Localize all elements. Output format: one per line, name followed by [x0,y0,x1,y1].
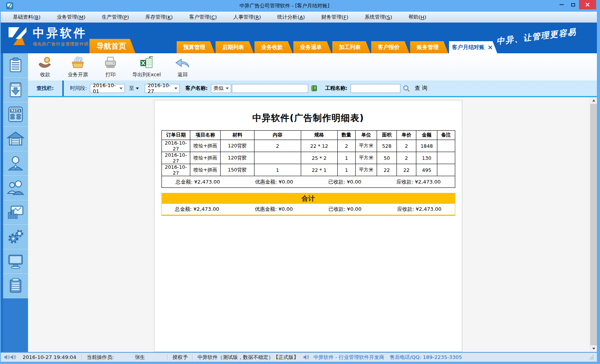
chevron-down-icon [174,88,177,89]
table-header-row: 订单日期 项目名称 材料 内容 规格 数量 单位 面积 单价 金额 备注 [161,131,455,140]
to-dropdown[interactable]: 至 [129,85,141,92]
sidebar-item-settings[interactable] [3,225,28,249]
speaker-icon [303,354,309,360]
date-from-value: 2016-10-01 [93,82,118,94]
chevron-down-icon [592,348,595,350]
sidebar-item-calculator[interactable]: 12345 [3,102,28,127]
sidebar-item-monitor[interactable] [3,249,28,274]
tab-customer-quotes[interactable]: 客户报价 [371,41,409,53]
grand-total-amount-label: 总金额: [175,206,192,212]
grand-discount-label: 优惠金额: [255,206,277,212]
calculator-icon: 12345 [7,105,25,123]
menu-item-system-mgmt[interactable]: 系统管理(S) [356,12,400,23]
brand-logo-icon [6,26,29,47]
customer-lookup-button[interactable] [311,85,318,92]
scroll-up-button[interactable] [590,97,597,104]
minimize-button[interactable] [556,0,567,9]
customer-name-input[interactable] [232,84,308,93]
warehouse-icon [7,130,25,148]
project-name-input[interactable] [351,84,400,93]
receivable-value: ¥2,473.00 [415,179,440,185]
customers-icon [7,179,25,197]
resize-grip-icon[interactable] [589,355,594,360]
date-to-select[interactable]: 2016-10-27 [145,84,180,93]
menu-item-statistics[interactable]: 统计分析(A) [269,12,313,23]
menu-item-production-mgmt[interactable]: 生产管理(P) [93,12,137,23]
query-button[interactable] [403,85,410,92]
invoice-button[interactable]: 业务开票 [67,56,89,78]
document-download-icon [7,81,24,98]
svg-text:12345: 12345 [10,109,21,113]
chevron-up-icon [592,100,595,102]
chevron-down-icon [119,88,123,89]
find-panel-label: 查找栏: [28,85,62,92]
period-label: 时间段: [70,85,87,92]
close-button[interactable] [579,0,596,9]
brand-tagline: 领先的广告行业管理软件研发商 [33,41,98,47]
query-label[interactable]: 查 询 [415,85,427,92]
report-page: 中异软件(广告制作明细表) 订单日期 项目名称 材料 内容 规格 [154,100,462,352]
col-area: 面积 [377,131,396,140]
print-label: 打印 [105,71,116,78]
export-excel-button[interactable]: 导出到Excel [132,56,161,78]
col-remark: 备注 [437,131,455,140]
vertical-scrollbar[interactable] [590,97,597,352]
status-time: 2016-10-27 19:49:04 [23,354,76,360]
col-project-name: 项目名称 [190,131,221,140]
print-button[interactable]: 打印 [100,56,121,78]
app-window: 中异广告公司管理软件 - [客户月结对账] 基础资料(B) 业务管理(M) 生产… [0,0,600,364]
status-bar: 2016-10-27 19:49:04 当前操作员: 张生 授权予 中异软件（测… [1,352,597,362]
menu-item-customer-mgmt[interactable]: 客户管理(C) [181,12,225,23]
sidebar-item-warehouse[interactable] [3,127,28,151]
match-mode-select[interactable]: 类似 [211,84,231,93]
search-icon [403,85,410,92]
employee-icon [7,154,25,172]
grand-receivable-label: 应收款: [397,206,414,212]
tab-business-returns[interactable]: 业务退单 [293,41,332,53]
col-unit: 单位 [355,131,377,140]
status-divider [192,354,193,360]
search-bar: 查找栏: 时间段: 2016-10-01 至 2016-10-27 客户名称: [28,80,597,97]
print-icon [103,56,118,70]
menu-item-finance-mgmt[interactable]: 财务管理(F) [313,12,357,23]
sidebar-filler [3,298,28,352]
scrollbar-thumb[interactable] [590,104,597,345]
sidebar-item-download-list[interactable] [3,78,28,102]
scroll-down-button[interactable] [590,345,597,352]
app-logo-icon [6,2,13,9]
tab-processing-list[interactable]: 加工列表 [332,41,370,53]
sidebar-item-orders[interactable] [3,53,28,78]
tab-close-icon[interactable] [488,46,492,49]
tab-business-receipts[interactable]: 业务收款 [254,41,293,53]
col-material: 材料 [221,131,254,140]
tab-budget-mgmt[interactable]: 预算管理 [177,41,215,53]
menu-item-business-mgmt[interactable]: 业务管理(M) [49,12,93,23]
total-amount-value: ¥2,473.00 [194,179,220,185]
date-from-select[interactable]: 2016-10-01 [90,84,125,93]
report-clipboard-icon [7,277,24,294]
menu-item-hr-mgmt[interactable]: 人事管理(R) [225,12,269,23]
sidebar-item-customers[interactable] [3,176,28,200]
received-label: 已收款: [328,179,345,185]
sidebar: 12345 [1,53,28,352]
tab-navigation-home[interactable]: 导航首页 [89,39,135,53]
sidebar-item-statistics[interactable] [3,200,28,225]
tab-postprocess-list[interactable]: 后期列表 [216,41,254,53]
tab-customer-monthly-reconciliation[interactable]: 客户月结对账 [449,41,497,53]
receivable-label: 应收款: [396,179,413,185]
sidebar-item-reports[interactable] [3,274,28,298]
tab-account-mgmt[interactable]: 账务管理 [410,41,448,53]
receive-payment-label: 收款 [40,71,50,78]
receive-payment-button[interactable]: 收款 [34,56,56,78]
menu-item-inventory-mgmt[interactable]: 库存管理(K) [137,12,181,23]
maximize-button[interactable] [567,0,579,9]
menu-item-help[interactable]: 帮助(H) [400,12,435,23]
table-row: 2016-10-27喷绘+拼画120背胶222 * 122平方米52821848 [161,140,455,152]
title-bar: 中异广告公司管理软件 - [客户月结对账] [1,0,597,12]
grand-discount-value: ¥0.00 [278,206,293,212]
received-value: ¥0.00 [347,179,361,185]
back-button[interactable]: 返回 [172,56,193,78]
menu-item-basic-data[interactable]: 基础资料(B) [5,12,49,23]
tab-strip: 导航首页 预算管理 后期列表 业务收款 业务退单 加工列表 客户报价 账务管理 … [89,39,497,53]
sidebar-item-employee[interactable] [3,151,28,176]
